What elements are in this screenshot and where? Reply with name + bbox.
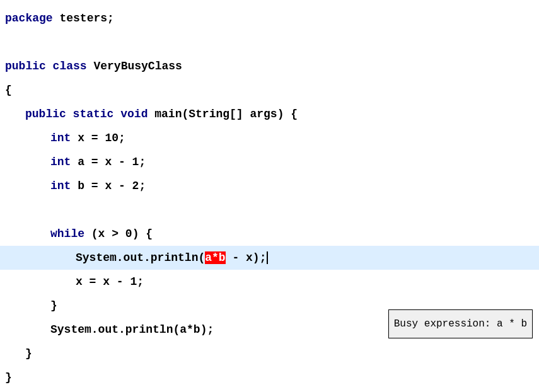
busy-expression-tooltip: Busy expression: a * b: [388, 309, 533, 338]
line-blank2: [0, 198, 539, 222]
line-while: while (x > 0) {: [0, 222, 539, 246]
line-main: public static void main(String[] args) {: [0, 102, 539, 126]
text-cursor: [267, 251, 268, 264]
line-package: package testers;: [0, 6, 539, 30]
highlighted-expression: a*b: [205, 251, 225, 264]
line-println1: System.out.println(a*b - x);: [0, 246, 539, 270]
line-println2: System.out.println(a*b); Busy expression…: [0, 318, 539, 342]
line-close-class: }: [0, 366, 539, 389]
code-editor[interactable]: package testers; public class VeryBusyCl…: [0, 0, 539, 392]
line-close-main: }: [0, 342, 539, 366]
line-class: public class VeryBusyClass: [0, 54, 539, 78]
line-int-x: int x = 10;: [0, 126, 539, 150]
line-int-a: int a = x - 1;: [0, 150, 539, 174]
line-open-class: {: [0, 78, 539, 102]
line-int-b: int b = x - 2;: [0, 174, 539, 198]
line-blank1: [0, 30, 539, 54]
line-x-decrement: x = x - 1;: [0, 270, 539, 294]
